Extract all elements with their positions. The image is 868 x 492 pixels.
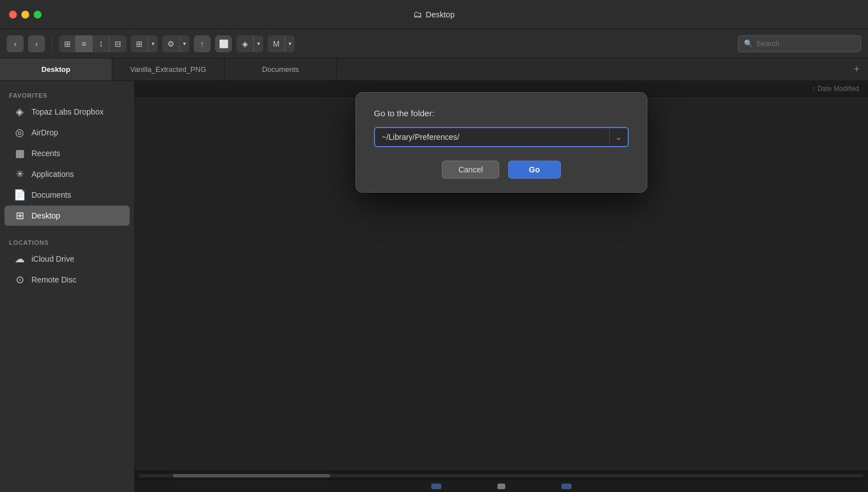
sidebar-item-recents-label: Recents	[31, 149, 60, 158]
mail-dropdown-arrow[interactable]: ▾	[285, 35, 295, 52]
main-layout: Favorites ◈ Topaz Labs Dropbox ◎ AirDrop…	[0, 81, 868, 492]
tab-documents[interactable]: Documents	[225, 58, 337, 80]
documents-icon: 📄	[13, 189, 26, 201]
sidebar-item-topaz[interactable]: ◈ Topaz Labs Dropbox	[4, 102, 130, 122]
dropbox-combo: ◈ ▾	[236, 35, 263, 52]
view-icon-button[interactable]: ⊞	[59, 35, 76, 52]
go-button[interactable]: Go	[508, 161, 560, 179]
icloud-icon: ☁	[13, 253, 26, 265]
sidebar-item-airdrop-label: AirDrop	[31, 128, 58, 137]
traffic-lights	[9, 11, 42, 19]
tab-desktop[interactable]: Desktop	[0, 58, 112, 80]
view-mode-group: ⊞ ≡ ⫶ ⊟	[59, 35, 126, 52]
maximize-button[interactable]	[34, 11, 42, 19]
search-icon: 🔍	[744, 39, 753, 48]
sidebar-item-recents[interactable]: ▦ Recents	[4, 143, 130, 163]
window-title-icon: 🗂	[413, 10, 422, 20]
view-column-button[interactable]: ⫶	[93, 35, 109, 52]
cancel-button[interactable]: Cancel	[442, 161, 499, 179]
forward-button[interactable]: ›	[28, 35, 45, 52]
sidebar: Favorites ◈ Topaz Labs Dropbox ◎ AirDrop…	[0, 81, 135, 492]
sidebar-item-remote[interactable]: ⊙ Remote Disc	[4, 270, 130, 290]
window-title-text: Desktop	[426, 10, 454, 19]
modal-title: Go to the folder:	[374, 108, 629, 118]
desktop-icon: ⊞	[13, 209, 26, 222]
airdrop-icon: ◎	[13, 126, 26, 139]
minimize-button[interactable]	[21, 11, 29, 19]
action-button[interactable]: ⚙	[162, 35, 179, 52]
folder-path-dropdown[interactable]: ⌄	[609, 127, 629, 147]
action-combo: ⚙ ▾	[162, 35, 189, 52]
remote-icon: ⊙	[13, 274, 26, 286]
modal-input-row: ⌄	[374, 127, 629, 147]
sidebar-item-desktop-label: Desktop	[31, 211, 60, 220]
mail-button[interactable]: M	[268, 35, 285, 52]
view-list-button[interactable]: ≡	[76, 35, 93, 52]
sidebar-item-documents[interactable]: 📄 Documents	[4, 185, 130, 205]
recents-icon: ▦	[13, 147, 26, 160]
dropbox-dropdown-arrow[interactable]: ▾	[253, 35, 263, 52]
view-gallery-button[interactable]: ⊟	[109, 35, 126, 52]
applications-icon: ✳	[13, 168, 26, 180]
modal-buttons: Cancel Go	[374, 161, 629, 179]
tag-button[interactable]: ⬜	[215, 35, 232, 52]
group-combo: ⊞ ▾	[131, 35, 158, 52]
go-to-folder-modal: Go to the folder: ⌄ Cancel Go	[355, 92, 647, 193]
tab-vanilla[interactable]: Vanilla_Extracted_PNG	[112, 58, 225, 80]
close-button[interactable]	[9, 11, 17, 19]
sidebar-item-remote-label: Remote Disc	[31, 275, 76, 284]
window-title: 🗂 Desktop	[413, 10, 454, 20]
sidebar-item-airdrop[interactable]: ◎ AirDrop	[4, 122, 130, 143]
dropbox-button[interactable]: ◈	[236, 35, 253, 52]
tab-documents-label: Documents	[262, 65, 299, 74]
sidebar-item-icloud-label: iCloud Drive	[31, 254, 74, 263]
tab-desktop-label: Desktop	[42, 65, 70, 74]
search-box[interactable]: 🔍	[738, 35, 861, 52]
locations-section-title: Locations	[0, 235, 134, 248]
share-button[interactable]: ↑	[194, 35, 211, 52]
sidebar-item-applications-label: Applications	[31, 170, 74, 179]
tab-vanilla-label: Vanilla_Extracted_PNG	[130, 65, 207, 74]
sidebar-item-documents-label: Documents	[31, 190, 71, 199]
tab-add-button[interactable]: +	[846, 58, 868, 80]
toolbar: ‹ › ⊞ ≡ ⫶ ⊟ ⊞ ▾ ⚙ ▾ ↑ ⬜ ◈ ▾ M ▾ 🔍	[0, 29, 868, 58]
search-input[interactable]	[756, 39, 855, 48]
favorites-section-title: Favorites	[0, 88, 134, 101]
mail-combo: M ▾	[268, 35, 295, 52]
sidebar-item-topaz-label: Topaz Labs Dropbox	[31, 107, 103, 116]
content-area: ↑ Date Modified	[135, 81, 868, 492]
group-button[interactable]: ⊞	[131, 35, 148, 52]
title-bar: 🗂 Desktop	[0, 0, 868, 29]
sidebar-item-desktop[interactable]: ⊞ Desktop	[4, 206, 130, 226]
toolbar-separator-1	[52, 37, 52, 51]
modal-overlay: Go to the folder: ⌄ Cancel Go	[135, 81, 868, 492]
back-button[interactable]: ‹	[7, 35, 24, 52]
sidebar-item-applications[interactable]: ✳ Applications	[4, 164, 130, 184]
dropbox-icon: ◈	[13, 106, 26, 118]
folder-path-input[interactable]	[374, 127, 609, 147]
sidebar-item-icloud[interactable]: ☁ iCloud Drive	[4, 249, 130, 269]
group-dropdown-arrow[interactable]: ▾	[148, 35, 158, 52]
tab-bar: Desktop Vanilla_Extracted_PNG Documents …	[0, 58, 868, 81]
action-dropdown-arrow[interactable]: ▾	[179, 35, 189, 52]
